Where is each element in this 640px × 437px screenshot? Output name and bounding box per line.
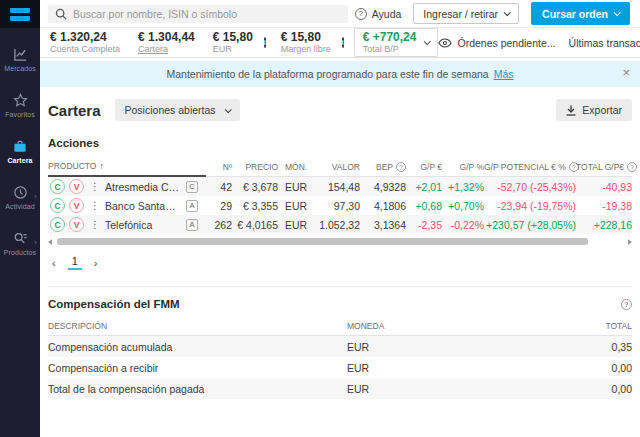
gp-pct-cell: +1,32% xyxy=(442,181,484,193)
position-row-santander[interactable]: C V ⋮ Banco Santander A 29 € 3,355 EUR 9… xyxy=(48,196,632,215)
column-header-qty[interactable]: Nº xyxy=(206,162,232,176)
help-circle-icon[interactable]: ? xyxy=(396,162,406,172)
gp-total-cell: -19,38 xyxy=(576,200,632,212)
briefcase-icon xyxy=(12,139,28,154)
chevron-down-icon xyxy=(224,106,231,113)
qty-cell: 29 xyxy=(206,200,232,212)
sidebar-item-cartera-active[interactable]: Cartera xyxy=(0,128,40,174)
banner-more-link[interactable]: Más xyxy=(494,68,514,80)
value-cell: 1.052,32 xyxy=(308,219,360,231)
prev-page-button[interactable]: ‹ xyxy=(52,257,56,269)
fmm-row-accumulated: Compensación acumulada EUR 0,35 xyxy=(48,336,632,357)
info-icon[interactable]: i xyxy=(264,37,266,48)
currency-cell: EUR xyxy=(278,200,308,212)
sell-button[interactable]: V xyxy=(69,179,84,194)
pending-orders-link[interactable]: Órdenes pendiente... xyxy=(438,37,555,49)
export-button[interactable]: Exportar xyxy=(556,99,632,121)
portfolio-header: Cartera Posiciones abiertas Exportar xyxy=(48,99,632,121)
sell-button[interactable]: V xyxy=(69,198,84,213)
bep-cell: 4,9328 xyxy=(360,181,406,193)
column-header-price[interactable]: PRECIO xyxy=(232,162,278,176)
qty-cell: 262 xyxy=(206,219,232,231)
sidebar-item-favoritos[interactable]: Favoritos xyxy=(0,82,40,128)
scroll-left-arrow-icon[interactable] xyxy=(48,239,52,245)
row-menu-icon[interactable]: ⋮ xyxy=(90,200,100,211)
row-menu-icon[interactable]: ⋮ xyxy=(90,219,100,230)
gp-potential-cell: -52,70 (-25,43%) xyxy=(484,181,576,193)
last-transactions-link[interactable]: Últimas transaccion... xyxy=(569,37,640,49)
metric-label: EUR xyxy=(213,44,253,54)
search-bar[interactable] xyxy=(48,5,348,23)
help-circle-icon[interactable]: ? xyxy=(627,162,637,172)
bep-cell: 3,1364 xyxy=(360,219,406,231)
column-header-value[interactable]: VALOR xyxy=(308,162,360,176)
sidebar-item-actividad[interactable]: Actividad › xyxy=(0,174,40,220)
gp-eur-cell: +0,68 xyxy=(406,200,442,212)
help-button[interactable]: ? Ayuda xyxy=(355,8,402,20)
fmm-table-header: DESCRIPCIÓN MONEDA TOTAL xyxy=(48,314,632,336)
deposit-withdraw-button[interactable]: Ingresar / retirar xyxy=(413,3,519,24)
product-name[interactable]: Telefónica xyxy=(105,219,180,231)
total-pl-label: Total B/P xyxy=(363,44,417,54)
column-header-gp-eur[interactable]: G/P € xyxy=(406,162,442,176)
position-row-atresmedia[interactable]: C V ⋮ Atresmedia Corporación de Medi... … xyxy=(48,177,632,196)
buy-button[interactable]: C xyxy=(50,179,65,194)
product-name[interactable]: Banco Santander xyxy=(105,200,180,212)
currency-cell: EUR xyxy=(278,219,308,231)
metric-label-link[interactable]: Cartera xyxy=(138,44,195,54)
sidebar-item-productos[interactable]: Productos › xyxy=(0,220,40,266)
app-logo-menu-button[interactable] xyxy=(0,0,40,28)
value-cell: 154,48 xyxy=(308,181,360,193)
column-header-gp-total[interactable]: TOTAL G/P€? xyxy=(576,162,632,176)
positions-filter-dropdown[interactable]: Posiciones abiertas xyxy=(115,99,240,121)
sell-button[interactable]: V xyxy=(69,217,84,232)
export-label: Exportar xyxy=(582,104,622,116)
logo-bar xyxy=(10,8,30,13)
column-header-gp-pct[interactable]: G/P % xyxy=(442,162,484,176)
position-row-telefonica[interactable]: C V ⋮ Telefónica A 262 € 4,0165 EUR 1.05… xyxy=(48,215,632,234)
column-header-total: TOTAL xyxy=(562,321,632,335)
place-order-button[interactable]: Cursar orden xyxy=(531,2,630,25)
buy-button[interactable]: C xyxy=(50,217,65,232)
fmm-total: 0,00 xyxy=(562,362,632,374)
next-page-button[interactable]: › xyxy=(94,257,98,269)
gp-potential-cell: +230,57 (+28,05%) xyxy=(484,219,576,231)
chevron-down-icon xyxy=(424,38,431,45)
fmm-currency: EUR xyxy=(347,341,562,353)
column-header-bep[interactable]: BEP? xyxy=(360,162,406,176)
column-header-product[interactable]: PRODUCTO ↑ xyxy=(48,161,206,177)
fmm-row-receivable: Compensación a recibir EUR 0,00 xyxy=(48,357,632,378)
gp-total-cell: -40,93 xyxy=(576,181,632,193)
exchange-badge: A xyxy=(186,219,198,231)
star-icon xyxy=(13,93,28,108)
current-page[interactable]: 1 xyxy=(68,255,82,270)
help-circle-icon[interactable]: ? xyxy=(621,299,632,310)
scrollbar-thumb[interactable] xyxy=(57,238,588,245)
positions-table-header: PRODUCTO ↑ Nº PRECIO MÓN. VALOR BEP? G/P… xyxy=(48,157,632,177)
fmm-total: 0,35 xyxy=(562,341,632,353)
column-header-gp-potential[interactable]: G/P POTENCIAL € %? xyxy=(484,162,576,176)
sidebar-item-mercados[interactable]: Mercados xyxy=(0,36,40,82)
section-title-acciones: Acciones xyxy=(48,137,632,149)
row-menu-icon[interactable]: ⋮ xyxy=(90,181,100,192)
metric-value: € 15,80 xyxy=(281,31,331,44)
search-input[interactable] xyxy=(73,8,341,20)
metric-label: Margen libre xyxy=(281,44,331,54)
total-pl-selector[interactable]: € +770,24 Total B/P xyxy=(354,28,439,57)
info-icon[interactable]: i xyxy=(342,37,344,48)
product-name[interactable]: Atresmedia Corporación de Medi... xyxy=(105,181,180,193)
close-icon[interactable]: × xyxy=(622,65,630,80)
maintenance-banner: Mantenimiento de la plataforma programad… xyxy=(40,61,640,87)
metric-total-pl: € +770,24 Total B/P xyxy=(363,31,417,54)
column-header-currency[interactable]: MÓN. xyxy=(278,162,308,176)
buy-button[interactable]: C xyxy=(50,198,65,213)
positions-table: PRODUCTO ↑ Nº PRECIO MÓN. VALOR BEP? G/P… xyxy=(48,157,632,270)
portfolio-page: Cartera Posiciones abiertas Exportar Acc… xyxy=(40,87,640,399)
markets-chart-icon xyxy=(13,47,28,62)
chevron-down-icon xyxy=(614,9,621,16)
price-cell: € 3,355 xyxy=(232,200,278,212)
column-label: PRODUCTO xyxy=(48,161,97,171)
scroll-right-arrow-icon[interactable] xyxy=(628,239,632,245)
fmm-title: Compensación del FMM xyxy=(48,298,180,310)
fmm-total: 0,00 xyxy=(562,383,632,395)
